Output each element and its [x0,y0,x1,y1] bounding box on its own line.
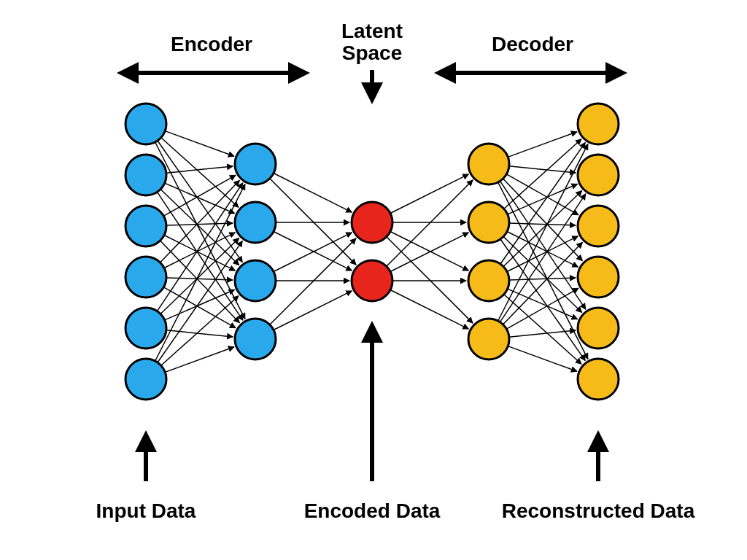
input-node [125,359,166,400]
connection-arrow [508,289,578,319]
latent-space-label-line2: Space [342,42,403,64]
connection-arrow [508,184,578,214]
connection-arrow [503,179,583,261]
connection-arrow [274,291,352,330]
connection-arrow [390,174,468,214]
connection-arrow [155,142,245,319]
encoder-label: Encoder [171,33,252,55]
connection-arrow [166,223,233,225]
input-node [125,257,166,298]
decoder-label: Decoder [492,33,573,55]
connection-arrow [165,131,234,157]
connection-arrow [498,144,588,321]
connection-arrow [274,174,352,213]
connection-arrow [509,166,576,173]
connection-arrow [155,184,245,361]
connection-arrow [165,347,234,373]
connection-arrow [506,288,578,329]
connection-arrow [503,242,583,324]
connection-arrow [504,295,581,365]
encoded-data-label: Encoded Data [304,499,441,522]
connection-arrow [498,182,588,359]
autoencoder-diagram: Encoder Latent Space Decoder Input Data … [0,0,747,560]
latent-space-label-line1: Latent [341,20,403,42]
connection-arrow [387,237,473,323]
latent-node [352,260,392,301]
connection-arrow [508,346,577,372]
output-node [578,359,619,400]
output-node [578,104,619,144]
connection-arrow [504,139,581,209]
connection-arrow [166,278,233,280]
encoder_hidden-node [235,319,276,359]
output-node [578,155,619,195]
top-labels-group: Encoder Latent Space Decoder [128,20,616,93]
connection-arrow [274,233,352,272]
encoder_hidden-node [235,202,276,243]
connection-arrow [158,241,242,362]
latent-node [352,202,392,243]
input-node [125,206,166,246]
input-node [125,155,166,195]
decoder_hidden-node [468,202,509,243]
decoder_hidden-node [468,319,509,359]
input-node [125,308,166,349]
connection-arrow [507,236,578,272]
connection-arrow [509,330,576,337]
decoder_hidden-node [468,144,509,184]
output-node [578,206,619,246]
reconstructed-data-label: Reconstructed Data [502,499,695,522]
encoder_hidden-node [235,144,276,184]
connection-arrow [274,232,352,271]
connection-arrow [507,232,578,268]
decoder_hidden-node [468,260,509,301]
input-node [125,104,166,144]
encoder_hidden-node [235,260,276,301]
output-node [578,308,619,349]
input-data-label: Input Data [96,499,196,522]
connection-arrow [506,174,578,215]
connection-arrow [158,141,242,262]
output-node [578,257,619,298]
connection-arrow [387,180,473,266]
connection-arrow [390,290,468,330]
connection-arrow [508,132,577,158]
